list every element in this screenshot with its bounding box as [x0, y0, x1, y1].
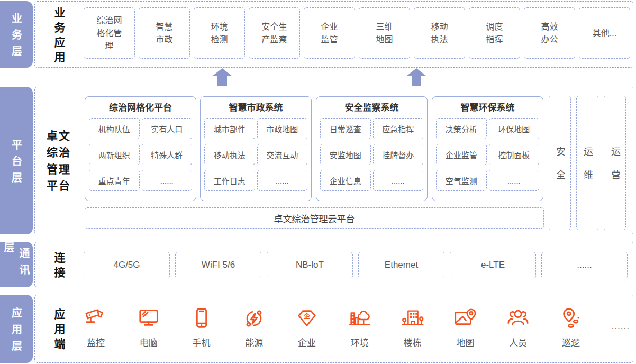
system-card-grid: 机构队伍 实有人口 两新组织 特殊人群 重点青年 ...... [89, 118, 192, 191]
pillar-label: 运营 [608, 133, 622, 193]
endpoint-label: 应用端 [51, 305, 67, 353]
endpoint-patrol: 巡逻 [559, 306, 583, 349]
application-gutter: 应用端 [34, 294, 83, 364]
system-card-grid: 日常巡查 应急指挥 安监地图 挂牌督办 企业信息 ...... [320, 118, 423, 191]
system-item: 实有人口 [142, 118, 193, 139]
link-box: e-LTE [450, 252, 536, 278]
system-item: 控制面板 [489, 144, 540, 165]
system-card-grid: 决策分析 环保地图 企业监管 控制面板 空气监测 ...... [436, 118, 539, 191]
endpoint-text: 楼栋 [404, 335, 422, 349]
application-layer-tab: 应用层 [0, 295, 33, 363]
communication-layer-tab: 通讯层 [0, 242, 33, 287]
cloud-platform-bar: 卓文综治管理云平台 [85, 207, 544, 229]
business-app-box: 其他... [579, 7, 630, 59]
endpoint-row: 监控 电脑 [84, 306, 630, 349]
business-app-box: 安全生 产监察 [249, 7, 300, 59]
endpoint-building: 楼栋 [401, 306, 425, 349]
building-icon [401, 306, 425, 331]
system-item: ...... [489, 170, 540, 191]
application-layer-tab-label: 应用层 [9, 302, 24, 357]
pillar-business-ops: 运营 [604, 96, 626, 230]
system-item: 日常巡查 [320, 118, 371, 139]
endpoint-text: 监控 [87, 335, 105, 349]
enterprise-glyph: 企 [303, 312, 311, 320]
endpoint-map: 地图 [453, 306, 477, 349]
business-app-box: 智慧 市政 [139, 7, 190, 59]
map-icon [453, 306, 477, 331]
business-app-box: 三维 地图 [359, 7, 410, 59]
system-item: ...... [373, 170, 424, 191]
system-item: 特殊人群 [142, 144, 193, 165]
endpoint-phone: 手机 [189, 306, 214, 349]
endpoint-more-dots: ...... [612, 321, 630, 332]
link-box: NB-loT [267, 252, 353, 278]
system-card-shizheng: 智慧市政系统 城市部件 市政地图 移动执法 交流互动 工作日志 ...... [200, 96, 312, 201]
endpoint-text: 巡逻 [562, 335, 580, 349]
system-item: 空气监测 [436, 170, 487, 191]
business-apps-row: 综治网 格化管 理 智慧 市政 环境 检测 安全生 产监察 企业 监管 三维 地… [84, 7, 630, 59]
system-item: 环保地图 [489, 118, 540, 139]
business-app-box: 高效 办公 [524, 7, 575, 59]
system-item: 机构队伍 [89, 118, 140, 139]
endpoint-people: 人员 [506, 306, 530, 349]
system-card-title: 安全监察系统 [320, 99, 423, 116]
communication-gutter: 连接 [34, 241, 83, 288]
endpoint-cctv: 监控 [84, 306, 108, 349]
application-layer-band: 应用层 应用端 监控 [0, 294, 636, 364]
business-layer-tab-label: 业务层 [9, 7, 24, 62]
endpoint-text: 地图 [456, 335, 474, 349]
architecture-diagram: 业务层 业务应用 综治网 格化管 理 智慧 市政 环境 检测 安全生 产监察 企… [0, 0, 636, 364]
system-item: 工作日志 [204, 170, 255, 191]
endpoint-text: 环境 [351, 335, 369, 349]
layer-connector-gap [0, 69, 636, 86]
business-app-box: 调度 指挥 [469, 7, 520, 59]
platform-layer-tab-label: 平台层 [9, 133, 24, 188]
system-item: ...... [257, 170, 308, 191]
energy-icon [242, 306, 266, 331]
smartphone-icon [189, 306, 214, 331]
system-item: ...... [142, 170, 193, 191]
system-card-title: 智慧环保系统 [436, 99, 539, 116]
link-box: Ethemet [358, 252, 444, 278]
endpoint-text: 手机 [193, 335, 211, 349]
business-apps-gutter: 业务应用 [34, 0, 83, 69]
up-arrow-icon [406, 68, 426, 86]
business-app-box: 综治网 格化管 理 [84, 7, 135, 59]
enterprise-icon: 企 [295, 306, 319, 331]
system-item: 挂牌督办 [373, 144, 424, 165]
system-item: 两新组织 [89, 144, 140, 165]
platform-layer-band: 平台层 卓文综治管理平台 综治网格化平台 机构队伍 实有人口 两新组织 特殊人群… [0, 86, 636, 235]
business-layer-tab: 业务层 [0, 1, 33, 68]
pillar-security: 安全 [549, 96, 571, 230]
communication-layer-tab-label: 通讯层 [1, 242, 32, 287]
system-item: 移动执法 [204, 144, 255, 165]
link-box: 4G/5G [84, 252, 170, 278]
business-app-box: 环境 检测 [194, 7, 245, 59]
system-card-huanbao: 智慧环保系统 决策分析 环保地图 企业监管 控制面板 空气监测 ...... [432, 96, 543, 201]
monitor-icon [137, 306, 161, 331]
platform-gutter: 卓文综治管理平台 [34, 86, 83, 235]
link-box: WiFI 5/6 [175, 252, 261, 278]
endpoint-enterprise: 企 企业 [295, 306, 319, 349]
endpoint-text: 能源 [245, 335, 263, 349]
endpoint-environment: 环境 [348, 306, 372, 349]
system-item: 决策分析 [436, 118, 487, 139]
system-item: 城市部件 [204, 118, 255, 139]
platform-title-label: 卓文综治管理平台 [46, 128, 72, 194]
pillar-label: 运维 [580, 133, 594, 193]
system-card-title: 智慧市政系统 [204, 99, 307, 116]
system-item: 重点青年 [89, 170, 140, 191]
system-item: 应急指挥 [373, 118, 424, 139]
business-app-box: 企业 监管 [304, 7, 355, 59]
endpoint-text: 企业 [298, 335, 316, 349]
up-arrow-icon [212, 68, 232, 86]
system-card-title: 综治网格化平台 [89, 99, 192, 116]
endpoint-energy: 能源 [242, 306, 266, 349]
business-app-box: 移动 执法 [414, 7, 465, 59]
communication-layer-band: 通讯层 连接 4G/5G WiFI 5/6 NB-loT Ethemet e-L… [0, 241, 636, 288]
system-card-anjian: 安全监察系统 日常巡查 应急指挥 安监地图 挂牌督办 企业信息 ...... [316, 96, 428, 201]
business-layer-band: 业务层 业务应用 综治网 格化管 理 智慧 市政 环境 检测 安全生 产监察 企… [0, 0, 636, 69]
system-item: 安监地图 [320, 144, 371, 165]
endpoint-text: 人员 [509, 335, 527, 349]
band-spacer [0, 235, 636, 241]
